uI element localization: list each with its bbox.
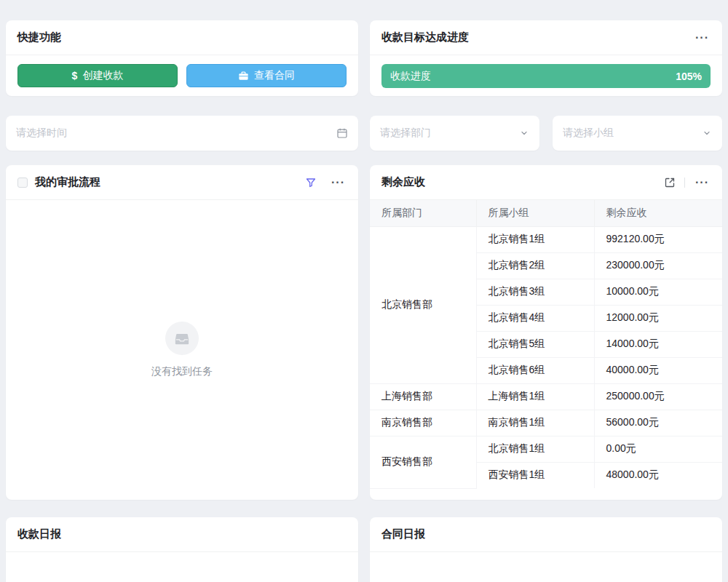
approval-title: 我的审批流程 [35, 175, 100, 189]
table-row: 上海销售部 上海销售1组 250000.00元 [370, 383, 722, 410]
chevron-down-icon [519, 128, 529, 138]
progress-body: 收款进度 105% [370, 55, 722, 96]
dashboard: 快捷功能 $ 创建收款 查看合同 [6, 20, 722, 582]
amount-cell: 12000.00元 [594, 305, 722, 331]
time-select-placeholder: 请选择时间 [16, 127, 67, 140]
department-select-placeholder: 请选择部门 [380, 127, 431, 140]
receivables-card: 剩余应收 ··· 所属部门 所属小组 [370, 165, 722, 500]
empty-state-text: 没有找到任务 [151, 365, 213, 378]
create-receipt-button[interactable]: $ 创建收款 [17, 64, 178, 87]
dept-cell: 北京销售部 [370, 226, 476, 383]
col-department: 所属部门 [370, 200, 476, 226]
filter-funnel-icon[interactable] [305, 177, 317, 188]
empty-inbox-circle [165, 322, 199, 355]
table-row: 南京销售部 南京销售1组 56000.00元 [370, 410, 722, 436]
group-cell: 北京销售2组 [476, 252, 594, 279]
external-link-icon[interactable] [664, 177, 676, 188]
department-select-input[interactable]: 请选择部门 [370, 116, 539, 151]
receivables-more-menu-icon[interactable]: ··· [694, 174, 711, 191]
payment-report-header: 收款日报 [6, 517, 358, 552]
contract-report-title: 合同日报 [381, 527, 425, 541]
group-select-input[interactable]: 请选择小组 [553, 116, 722, 151]
col-amount: 剩余应收 [594, 200, 722, 226]
create-receipt-label: 创建收款 [82, 69, 123, 82]
group-cell: 南京销售1组 [476, 410, 594, 436]
table-row: 北京销售部 北京销售1组 992120.00元 [370, 226, 722, 252]
group-cell: 上海销售1组 [476, 383, 594, 410]
quick-functions-card: 快捷功能 $ 创建收款 查看合同 [6, 20, 358, 96]
filter-pair: 请选择部门 请选择小组 [370, 116, 722, 151]
amount-cell: 992120.00元 [594, 226, 722, 252]
payment-report-title: 收款日报 [17, 527, 61, 541]
contract-report-header: 合同日报 [370, 517, 722, 552]
inbox-icon [174, 330, 190, 346]
progress-more-menu-icon[interactable]: ··· [694, 29, 711, 47]
group-cell: 西安销售1组 [476, 462, 594, 488]
progress-card: 收款目标达成进度 ··· 收款进度 105% [370, 20, 722, 96]
group-cell: 北京销售4组 [476, 305, 594, 331]
view-contract-label: 查看合同 [254, 69, 295, 82]
amount-cell: 250000.00元 [594, 383, 722, 410]
progress-bar-label: 收款进度 [390, 70, 431, 83]
progress-header: 收款目标达成进度 ··· [370, 20, 722, 55]
dept-cell: 西安销售部 [370, 436, 476, 488]
time-select-input[interactable]: 请选择时间 [6, 116, 358, 151]
group-cell: 北京销售1组 [476, 436, 594, 462]
progress-bar: 收款进度 105% [381, 64, 711, 88]
quick-functions-header: 快捷功能 [6, 20, 358, 55]
group-select-placeholder: 请选择小组 [563, 127, 614, 140]
dollar-icon: $ [72, 70, 78, 81]
approval-empty-state: 没有找到任务 [6, 200, 358, 500]
col-group: 所属小组 [476, 200, 594, 226]
receivables-table: 所属部门 所属小组 剩余应收 北京销售部 北京销售1组 992120.00元 北… [370, 200, 722, 489]
approval-more-menu-icon[interactable]: ··· [330, 174, 347, 191]
calendar-icon [336, 127, 348, 139]
amount-cell: 40000.00元 [594, 357, 722, 383]
table-row: 西安销售部 北京销售1组 0.00元 [370, 436, 722, 462]
receivables-title: 剩余应收 [381, 175, 425, 189]
approval-header: 我的审批流程 ··· [6, 165, 358, 200]
chevron-down-icon [702, 128, 712, 138]
view-contract-button[interactable]: 查看合同 [186, 64, 347, 87]
approval-card: 我的审批流程 ··· 没 [6, 165, 358, 500]
payment-daily-report-card: 收款日报 [6, 517, 358, 582]
group-cell: 北京销售1组 [476, 226, 594, 252]
contract-daily-report-card: 合同日报 [370, 517, 722, 582]
briefcase-icon [238, 71, 249, 81]
amount-cell: 10000.00元 [594, 279, 722, 305]
amount-cell: 14000.00元 [594, 331, 722, 357]
amount-cell: 0.00元 [594, 436, 722, 462]
amount-cell: 230000.00元 [594, 252, 722, 279]
approval-checkbox[interactable] [17, 178, 28, 188]
group-cell: 北京销售3组 [476, 279, 594, 305]
group-cell: 北京销售5组 [476, 331, 594, 357]
header-divider [684, 178, 685, 188]
dept-cell: 南京销售部 [370, 410, 476, 436]
quick-functions-title: 快捷功能 [17, 31, 61, 44]
receivables-header: 剩余应收 ··· [370, 165, 722, 200]
dept-cell: 上海销售部 [370, 383, 476, 410]
amount-cell: 48000.00元 [594, 462, 722, 488]
progress-bar-value: 105% [676, 71, 702, 82]
progress-title: 收款目标达成进度 [381, 31, 469, 44]
group-cell: 北京销售6组 [476, 357, 594, 383]
amount-cell: 56000.00元 [594, 410, 722, 436]
quick-functions-body: $ 创建收款 查看合同 [6, 55, 358, 96]
table-header-row: 所属部门 所属小组 剩余应收 [370, 200, 722, 226]
